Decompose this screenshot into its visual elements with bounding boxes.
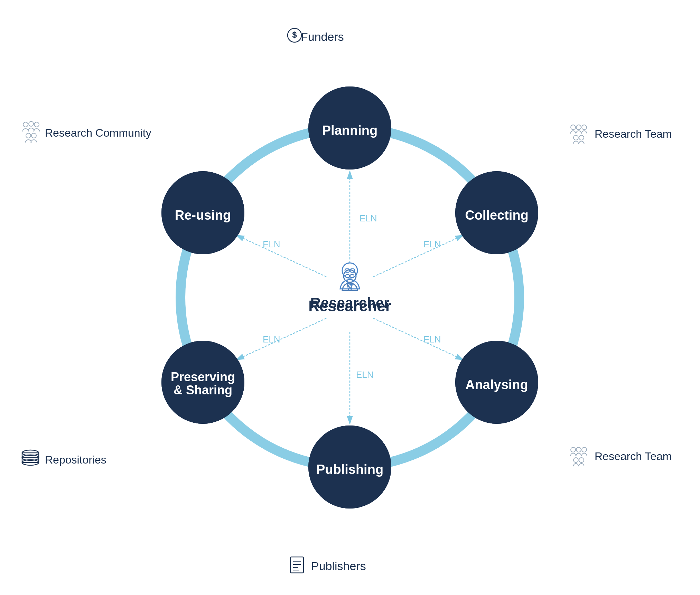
research-team1-icon — [570, 125, 587, 144]
svg-point-7 — [23, 122, 28, 127]
svg-point-9 — [34, 122, 39, 127]
preserving-label-final1: Preserving — [171, 370, 235, 384]
eln-arrow-reusing — [236, 235, 326, 277]
research-team2-label: Research Team — [595, 450, 672, 463]
eln-label-planning: ELN — [360, 213, 377, 223]
svg-point-13 — [576, 125, 581, 130]
eln-label-publishing: ELN — [356, 369, 374, 380]
preserving-label-final2: & Sharing — [174, 383, 232, 397]
repositories-label: Repositories — [45, 454, 106, 466]
research-team2-icon — [570, 447, 587, 466]
analysing-label-final: Analysing — [465, 377, 528, 392]
svg-text:$: $ — [292, 30, 297, 39]
svg-point-22 — [571, 447, 576, 452]
research-community-label: Research Community — [45, 127, 151, 139]
svg-point-10 — [26, 133, 31, 138]
publishers-label: Publishers — [311, 559, 366, 573]
publishing-label-final: Publishing — [316, 462, 383, 477]
publishers-icon — [290, 557, 304, 573]
eln-label-analysing: ELN — [423, 334, 441, 345]
svg-point-11 — [31, 133, 36, 138]
funders-label: Funders — [301, 30, 344, 43]
funders-icon: $ — [288, 28, 301, 42]
researcher-text: Researcher — [308, 298, 391, 314]
research-community-icon — [22, 121, 40, 143]
eln-arrow-collecting — [373, 235, 463, 277]
svg-point-24 — [582, 447, 587, 452]
svg-point-8 — [29, 121, 34, 126]
svg-point-25 — [573, 458, 578, 463]
svg-point-15 — [573, 135, 578, 140]
svg-point-14 — [582, 125, 587, 130]
reusing-label-final: Re-using — [175, 208, 231, 222]
researcher-icon — [342, 270, 357, 291]
collecting-label-final: Collecting — [465, 208, 529, 222]
eln-arrow-preserving — [236, 318, 326, 360]
eln-label-reusing: ELN — [263, 239, 280, 249]
svg-point-16 — [579, 135, 584, 140]
svg-point-23 — [576, 447, 581, 452]
svg-point-12 — [571, 125, 576, 130]
planning-label-final: Planning — [322, 123, 377, 138]
repositories-icon — [22, 450, 39, 465]
eln-label-preserving: ELN — [263, 334, 280, 345]
diagram-container: Planning Collecting Analysing Publishing… — [0, 0, 700, 595]
svg-point-26 — [579, 458, 584, 463]
eln-label-collecting: ELN — [423, 239, 441, 249]
research-team1-label: Research Team — [595, 128, 672, 140]
eln-arrow-analysing — [373, 318, 463, 360]
